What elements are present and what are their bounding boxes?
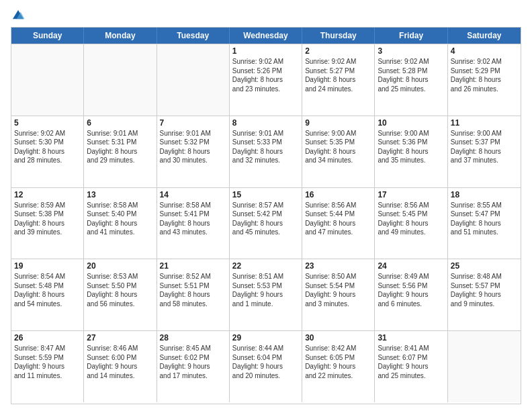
cell-line: and 23 minutes. xyxy=(232,85,299,94)
cell-line: and 37 minutes. xyxy=(451,156,518,165)
cell-line: Daylight: 9 hours xyxy=(232,362,299,371)
day-cell-25: 25Sunrise: 8:48 AMSunset: 5:57 PMDayligh… xyxy=(448,259,521,330)
cell-line: Sunset: 6:07 PM xyxy=(378,353,444,363)
cell-line: Daylight: 9 hours xyxy=(14,362,81,371)
day-cell-23: 23Sunrise: 8:50 AMSunset: 5:54 PMDayligh… xyxy=(302,259,375,330)
day-number: 7 xyxy=(160,118,226,128)
empty-cell xyxy=(448,331,521,402)
cell-line: and 11 minutes. xyxy=(14,371,81,381)
cell-line: and 20 minutes. xyxy=(232,371,299,381)
day-number: 25 xyxy=(451,261,518,271)
cell-line: Sunset: 6:02 PM xyxy=(160,353,226,363)
cell-line: Sunrise: 8:45 AM xyxy=(160,344,226,353)
cell-line: Daylight: 8 hours xyxy=(232,75,299,85)
cell-line: and 58 minutes. xyxy=(160,300,226,309)
cell-line: Daylight: 9 hours xyxy=(451,290,518,300)
header-day-monday: Monday xyxy=(84,28,157,44)
cell-line: Daylight: 8 hours xyxy=(14,219,81,228)
cell-line: Sunset: 5:56 PM xyxy=(378,281,444,291)
day-number: 28 xyxy=(160,333,226,342)
calendar-row-0: 1Sunrise: 9:02 AMSunset: 5:26 PMDaylight… xyxy=(11,44,521,116)
cell-line: Sunrise: 9:02 AM xyxy=(232,57,299,66)
cell-line: Sunrise: 9:01 AM xyxy=(160,129,226,138)
header-day-thursday: Thursday xyxy=(302,28,375,44)
cell-line: Sunset: 5:42 PM xyxy=(232,210,299,219)
day-number: 29 xyxy=(232,333,299,342)
cell-line: Sunrise: 8:48 AM xyxy=(451,272,518,281)
day-cell-13: 13Sunrise: 8:58 AMSunset: 5:40 PMDayligh… xyxy=(84,188,157,259)
day-number: 20 xyxy=(87,261,153,271)
day-cell-11: 11Sunrise: 9:00 AMSunset: 5:37 PMDayligh… xyxy=(448,116,521,187)
cell-line: Sunrise: 8:57 AM xyxy=(232,201,299,210)
day-number: 13 xyxy=(87,190,153,199)
cell-line: Sunrise: 8:42 AM xyxy=(305,344,371,353)
cell-line: Sunset: 5:50 PM xyxy=(87,281,153,291)
cell-line: Daylight: 8 hours xyxy=(451,75,518,85)
day-cell-7: 7Sunrise: 9:01 AMSunset: 5:32 PMDaylight… xyxy=(157,116,230,187)
cell-line: Daylight: 8 hours xyxy=(378,147,444,156)
cell-line: Sunrise: 9:02 AM xyxy=(451,57,518,66)
cell-line: and 29 minutes. xyxy=(87,156,153,165)
calendar-row-4: 26Sunrise: 8:47 AMSunset: 5:59 PMDayligh… xyxy=(11,330,521,402)
day-cell-6: 6Sunrise: 9:01 AMSunset: 5:31 PMDaylight… xyxy=(84,116,157,187)
cell-line: Sunset: 5:33 PM xyxy=(232,138,299,147)
cell-line: Sunset: 5:37 PM xyxy=(451,138,518,147)
cell-line: Sunset: 5:44 PM xyxy=(305,210,371,219)
cell-line: and 51 minutes. xyxy=(451,228,518,237)
cell-line: Daylight: 9 hours xyxy=(87,362,153,371)
day-cell-24: 24Sunrise: 8:49 AMSunset: 5:56 PMDayligh… xyxy=(375,259,447,330)
day-number: 16 xyxy=(305,190,371,199)
cell-line: Sunset: 5:53 PM xyxy=(232,281,299,291)
cell-line: and 47 minutes. xyxy=(305,228,371,237)
cell-line: Sunrise: 8:47 AM xyxy=(14,344,81,353)
cell-line: and 24 minutes. xyxy=(305,85,371,94)
cell-line: Sunset: 5:31 PM xyxy=(87,138,153,147)
cell-line: Daylight: 9 hours xyxy=(378,362,444,371)
cell-line: and 3 minutes. xyxy=(305,300,371,309)
cell-line: and 49 minutes. xyxy=(378,228,444,237)
cell-line: Daylight: 8 hours xyxy=(451,219,518,228)
cell-line: and 56 minutes. xyxy=(87,300,153,309)
day-cell-18: 18Sunrise: 8:55 AMSunset: 5:47 PMDayligh… xyxy=(448,188,521,259)
day-number: 23 xyxy=(305,261,371,271)
cell-line: and 30 minutes. xyxy=(160,156,226,165)
cell-line: and 25 minutes. xyxy=(378,371,444,381)
cell-line: Daylight: 9 hours xyxy=(305,362,371,371)
cell-line: Daylight: 8 hours xyxy=(378,219,444,228)
day-number: 22 xyxy=(232,261,299,271)
cell-line: Sunset: 5:41 PM xyxy=(160,210,226,219)
day-number: 12 xyxy=(14,190,81,199)
day-cell-29: 29Sunrise: 8:44 AMSunset: 6:04 PMDayligh… xyxy=(230,331,302,402)
cell-line: Sunrise: 8:58 AM xyxy=(87,201,153,210)
cell-line: Sunset: 5:26 PM xyxy=(232,66,299,76)
calendar-row-2: 12Sunrise: 8:59 AMSunset: 5:38 PMDayligh… xyxy=(11,187,521,259)
day-cell-17: 17Sunrise: 8:56 AMSunset: 5:45 PMDayligh… xyxy=(375,188,447,259)
cell-line: Sunset: 5:32 PM xyxy=(160,138,226,147)
cell-line: Daylight: 8 hours xyxy=(87,219,153,228)
cell-line: Daylight: 8 hours xyxy=(160,147,226,156)
cell-line: and 26 minutes. xyxy=(451,85,518,94)
cell-line: Sunrise: 8:55 AM xyxy=(451,201,518,210)
day-cell-20: 20Sunrise: 8:53 AMSunset: 5:50 PMDayligh… xyxy=(84,259,157,330)
cell-line: Sunset: 5:38 PM xyxy=(14,210,81,219)
cell-line: Sunrise: 9:00 AM xyxy=(378,129,444,138)
cell-line: Sunrise: 8:49 AM xyxy=(378,272,444,281)
cell-line: Sunrise: 8:41 AM xyxy=(378,344,444,353)
cell-line: and 14 minutes. xyxy=(87,371,153,381)
day-number: 15 xyxy=(232,190,299,199)
empty-cell xyxy=(157,44,230,116)
cell-line: and 34 minutes. xyxy=(305,156,371,165)
cell-line: and 22 minutes. xyxy=(305,371,371,381)
cell-line: Sunrise: 8:54 AM xyxy=(14,272,81,281)
cell-line: and 28 minutes. xyxy=(14,156,81,165)
day-number: 5 xyxy=(14,118,81,128)
day-number: 3 xyxy=(378,46,444,56)
day-cell-19: 19Sunrise: 8:54 AMSunset: 5:48 PMDayligh… xyxy=(11,259,84,330)
header-day-tuesday: Tuesday xyxy=(157,28,230,44)
day-cell-12: 12Sunrise: 8:59 AMSunset: 5:38 PMDayligh… xyxy=(11,188,84,259)
cell-line: Daylight: 8 hours xyxy=(14,147,81,156)
cell-line: Sunset: 5:35 PM xyxy=(305,138,371,147)
cell-line: Sunset: 5:30 PM xyxy=(14,138,81,147)
cell-line: Sunset: 5:40 PM xyxy=(87,210,153,219)
cell-line: Daylight: 9 hours xyxy=(378,290,444,300)
